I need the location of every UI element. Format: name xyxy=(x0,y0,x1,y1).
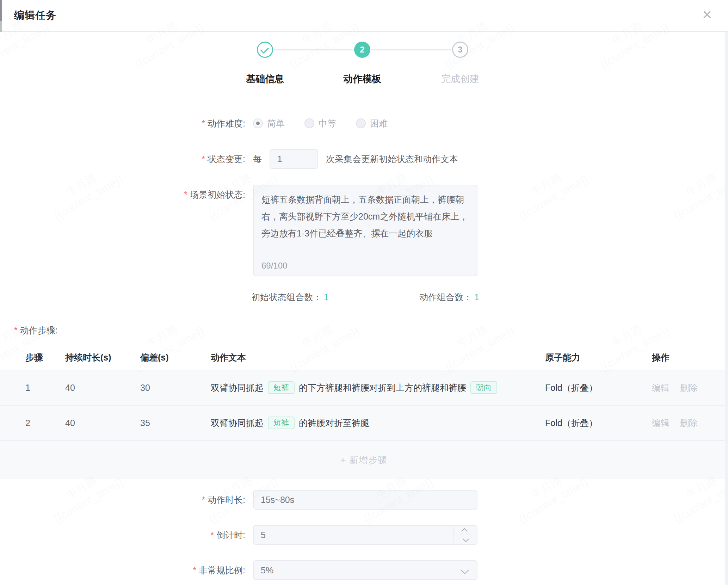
difficulty-field: * 动作难度: 简单 中等 困难 xyxy=(0,115,728,131)
state-change-suffix: 次采集会更新初始状态和动作文本 xyxy=(326,153,458,165)
action-duration-field: * 动作时长: 15s~80s xyxy=(0,490,728,510)
dialog-header: 编辑任务 × xyxy=(0,0,728,32)
required-marker: * xyxy=(193,565,196,575)
step-3-circle: 3 xyxy=(452,42,468,58)
initial-state-label: 场景初始状态: xyxy=(190,189,245,201)
delete-button[interactable]: 删除 xyxy=(680,417,698,429)
countdown-input[interactable]: 5 xyxy=(253,525,477,545)
step-2-circle: 2 xyxy=(354,42,370,58)
radio-icon xyxy=(304,118,314,128)
stepper-connector-1 xyxy=(274,49,353,50)
required-marker: * xyxy=(184,190,187,200)
action-duration-input[interactable]: 15s~80s xyxy=(253,490,477,510)
edit-button[interactable]: 编辑 xyxy=(652,417,670,429)
radio-difficulty-medium[interactable]: 中等 xyxy=(304,118,336,129)
col-step: 步骤 xyxy=(25,352,65,363)
atomic-ability-cell: Fold（折叠） xyxy=(545,417,652,429)
stepper-connector-2 xyxy=(371,49,451,50)
object-tag: 短裤 xyxy=(268,381,295,394)
atomic-ability-cell: Fold（折叠） xyxy=(545,382,652,394)
step-3-label: 完成创建 xyxy=(421,73,499,85)
step-1-label: 基础信息 xyxy=(226,73,304,85)
table-header-row: 步骤 持续时长(s) 偏差(s) 动作文本 原子能力 操作 xyxy=(0,345,728,370)
required-marker: * xyxy=(14,325,18,335)
action-text-cell: 双臂协同抓起 短裤 的裤腰对折至裤腿 xyxy=(211,417,545,429)
state-change-label: 状态变更: xyxy=(208,153,245,165)
difficulty-label: 动作难度: xyxy=(208,118,245,129)
dialog-scrollbar[interactable] xyxy=(725,32,728,585)
action-duration-label: 动作时长: xyxy=(208,494,245,506)
action-combo-count: 动作组合数： 1 xyxy=(419,291,479,303)
number-spinner xyxy=(453,526,477,544)
required-marker: * xyxy=(202,118,205,129)
unusual-ratio-label: 非常规比例: xyxy=(199,565,245,576)
step-1-check-icon xyxy=(257,42,273,58)
table-row: 2 40 35 双臂协同抓起 短裤 的裤腰对折至裤腿 Fold（折叠） 编辑 删… xyxy=(0,405,728,440)
action-steps-table: 步骤 持续时长(s) 偏差(s) 动作文本 原子能力 操作 1 40 30 双臂… xyxy=(0,345,728,479)
required-marker: * xyxy=(210,530,214,540)
action-combo-value: 1 xyxy=(474,292,479,302)
initial-state-field: * 场景初始状态: 短裤五条数据背面朝上，五条数据正面朝上，裤腰朝右，离头部视野… xyxy=(0,185,728,276)
state-change-field: * 状态变更: 每 1 次采集会更新初始状态和动作文本 xyxy=(0,149,728,169)
countdown-field: * 倒计时: 5 xyxy=(0,525,728,545)
radio-icon xyxy=(253,118,263,128)
page-edge-artifact-dark xyxy=(0,0,2,21)
col-action-text: 动作文本 xyxy=(211,352,545,363)
radio-difficulty-hard[interactable]: 困难 xyxy=(356,118,388,129)
step-2-label: 动作模板 xyxy=(323,73,401,85)
delete-button[interactable]: 删除 xyxy=(680,382,698,394)
required-marker: * xyxy=(202,495,205,505)
col-deviation: 偏差(s) xyxy=(140,352,211,363)
stepper: 2 3 基础信息 动作模板 完成创建 xyxy=(0,42,728,94)
add-step-row[interactable]: + 新增步骤 xyxy=(0,440,728,479)
initial-state-combo-count: 初始状态组合数： 1 xyxy=(251,291,329,303)
chevron-down-icon xyxy=(461,566,469,574)
initial-state-textarea[interactable]: 短裤五条数据背面朝上，五条数据正面朝上，裤腰朝右，离头部视野下方至少20cm之外… xyxy=(253,185,477,276)
page-edge-artifact-light xyxy=(0,21,2,32)
col-atomic-ability: 原子能力 xyxy=(545,352,652,363)
initial-combo-value: 1 xyxy=(324,292,329,302)
spinner-increase-button[interactable] xyxy=(454,526,477,535)
radio-difficulty-easy[interactable]: 简单 xyxy=(253,118,285,129)
unusual-ratio-select[interactable]: 5% xyxy=(253,560,477,580)
action-steps-section-label: * 动作步骤: xyxy=(14,325,728,336)
col-duration: 持续时长(s) xyxy=(65,352,140,363)
chevron-up-icon xyxy=(461,528,467,534)
initial-state-text: 短裤五条数据背面朝上，五条数据正面朝上，裤腰朝右，离头部视野下方至少20cm之外… xyxy=(254,185,477,242)
unusual-ratio-field: * 非常规比例: 5% xyxy=(0,560,728,580)
close-icon[interactable]: × xyxy=(702,6,712,23)
radio-icon xyxy=(356,118,366,128)
orientation-tag: 朝向 xyxy=(470,381,497,394)
add-step-button[interactable]: + 新增步骤 xyxy=(340,454,388,466)
required-marker: * xyxy=(202,154,205,164)
edit-button[interactable]: 编辑 xyxy=(652,382,670,394)
char-counter: 69/100 xyxy=(261,261,287,271)
countdown-label: 倒计时: xyxy=(216,529,245,541)
spinner-decrease-button[interactable] xyxy=(454,535,477,544)
object-tag: 短裤 xyxy=(268,417,295,429)
combination-counts: 初始状态组合数： 1 动作组合数： 1 xyxy=(0,291,728,303)
chevron-down-icon xyxy=(463,536,469,542)
state-change-prefix: 每 xyxy=(253,153,262,165)
checkmark-icon xyxy=(260,45,269,54)
action-text-cell: 双臂协同抓起 短裤 的下方裤腿和裤腰对折到上方的裤腿和裤腰 朝向 xyxy=(211,381,545,394)
state-change-input[interactable]: 1 xyxy=(270,149,318,169)
table-row: 1 40 30 双臂协同抓起 短裤 的下方裤腿和裤腰对折到上方的裤腿和裤腰 朝向… xyxy=(0,370,728,405)
col-operations: 操作 xyxy=(652,352,728,363)
dialog-title: 编辑任务 xyxy=(14,8,56,23)
